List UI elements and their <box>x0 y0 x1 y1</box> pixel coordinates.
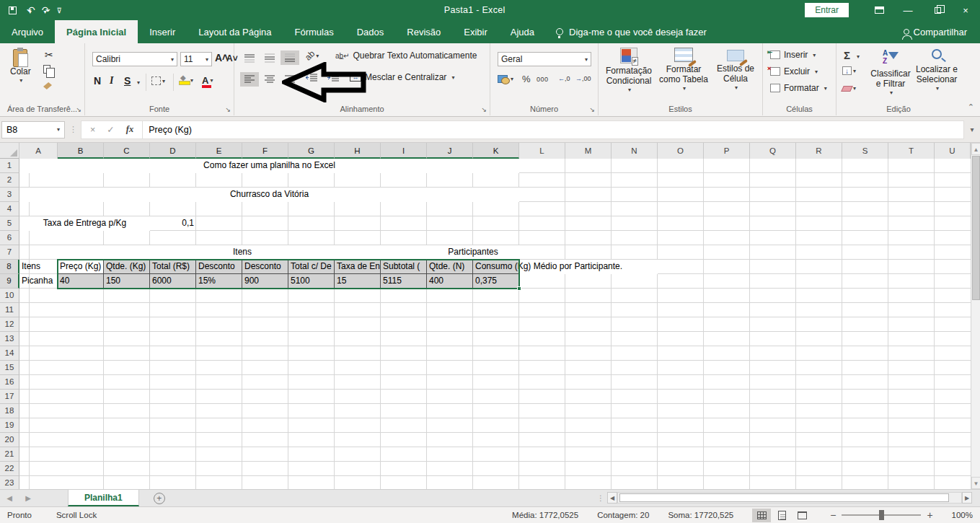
tell-me-box[interactable]: Diga-me o que você deseja fazer <box>546 20 717 43</box>
row-header-20[interactable]: 20 <box>0 433 19 447</box>
column-header-O[interactable]: O <box>658 143 704 159</box>
sheet-nav-right-icon[interactable]: ▶ <box>19 490 37 506</box>
zoom-in-icon[interactable]: + <box>927 509 932 521</box>
tab-arquivo[interactable]: Arquivo <box>0 20 55 43</box>
row-header-7[interactable]: 7 <box>0 245 19 260</box>
cell-J9[interactable]: 400 <box>427 274 473 289</box>
autosum-icon[interactable]: Σ <box>844 49 850 61</box>
cell-E8[interactable]: Desconto <box>196 260 242 274</box>
tab-pagina-inicial[interactable]: Página Inicial <box>55 20 138 43</box>
delete-cells-button[interactable]: × Excluir▾ <box>770 66 818 76</box>
tab-revisao[interactable]: Revisão <box>395 20 452 43</box>
column-header-G[interactable]: G <box>288 143 335 159</box>
cell-A8[interactable]: Itens <box>19 260 58 274</box>
font-name-combo[interactable]: Calibri▾ <box>92 52 177 66</box>
cell-F8[interactable]: Desconto <box>242 260 288 274</box>
scroll-up-icon[interactable]: ▲ <box>971 143 980 155</box>
zoom-slider[interactable] <box>842 514 921 516</box>
cell-A1[interactable]: Como fazer uma planilha no Excel <box>19 159 519 173</box>
tab-layout-da-pagina[interactable]: Layout da Página <box>187 20 283 43</box>
formula-bar-handle[interactable]: ⋮ <box>69 125 76 134</box>
wrap-text-button[interactable]: ab̲↵ Quebrar Texto Automaticamente <box>335 50 477 61</box>
row-header-17[interactable]: 17 <box>0 390 19 404</box>
cell-K9[interactable]: 0,375 <box>473 274 519 289</box>
zoom-slider-thumb[interactable] <box>879 510 884 520</box>
cut-icon[interactable]: ✂ <box>45 49 53 61</box>
page-layout-view-button[interactable] <box>772 509 791 522</box>
scroll-right-icon[interactable]: ▶ <box>962 492 972 504</box>
align-center-icon[interactable] <box>260 72 279 87</box>
row-header-2[interactable]: 2 <box>0 173 19 188</box>
column-header-A[interactable]: A <box>19 143 58 159</box>
tab-inserir[interactable]: Inserir <box>138 20 187 43</box>
italic-button[interactable]: I <box>110 75 113 87</box>
percent-style-icon[interactable]: % <box>522 74 531 84</box>
cell-A3[interactable]: Churrasco da Vitória <box>19 188 519 202</box>
sign-in-button[interactable]: Entrar <box>805 3 849 17</box>
orientation-icon[interactable]: ab▾ <box>305 50 319 61</box>
cell-I8[interactable]: Subtotal ( <box>381 260 427 274</box>
align-middle-icon[interactable] <box>260 50 279 65</box>
column-header-K[interactable]: K <box>473 143 519 159</box>
column-header-N[interactable]: N <box>612 143 658 159</box>
fill-handle[interactable] <box>517 286 521 291</box>
align-left-icon[interactable] <box>240 72 259 87</box>
number-format-combo[interactable]: Geral▾ <box>498 52 591 66</box>
row-header-9[interactable]: 9 <box>0 274 19 289</box>
merge-center-button[interactable]: ↔ Mesclar e Centralizar ▾ <box>350 72 454 82</box>
undo-icon[interactable]: ↶▾ <box>27 4 32 16</box>
row-header-14[interactable]: 14 <box>0 346 19 361</box>
find-select-button[interactable]: Localizar e Selecionar▾ <box>914 49 959 92</box>
row-header-1[interactable]: 1 <box>0 159 19 173</box>
column-header-E[interactable]: E <box>196 143 242 159</box>
column-header-S[interactable]: S <box>842 143 888 159</box>
cell-B7[interactable]: Itens <box>58 245 427 260</box>
format-as-table-button[interactable]: Formatar como Tabela▾ <box>656 48 711 92</box>
cell-G9[interactable]: 5100 <box>288 274 335 289</box>
row-header-5[interactable]: 5 <box>0 216 19 231</box>
bold-button[interactable]: N <box>94 75 101 87</box>
sort-filter-button[interactable]: AZ Classificar e Filtrar▾ <box>868 49 913 96</box>
column-header-B[interactable]: B <box>58 143 104 159</box>
enter-icon[interactable]: ✓ <box>107 124 114 135</box>
font-dialog-launcher[interactable]: ↘ <box>225 106 231 113</box>
cell-G8[interactable]: Total c/ De <box>288 260 335 274</box>
cell-I9[interactable]: 5115 <box>381 274 427 289</box>
restore-button[interactable] <box>922 0 951 20</box>
cell-H9[interactable]: 15 <box>335 274 381 289</box>
column-header-Q[interactable]: Q <box>750 143 796 159</box>
comma-style-icon[interactable]: 000 <box>537 76 549 83</box>
formula-input[interactable]: Preço (Kg) <box>143 120 964 139</box>
column-header-J[interactable]: J <box>427 143 473 159</box>
underline-button[interactable]: S <box>124 75 131 87</box>
row-header-10[interactable]: 10 <box>0 289 19 303</box>
vertical-scroll-thumb[interactable] <box>972 156 980 300</box>
row-header-8[interactable]: 8 <box>0 260 19 274</box>
cell-F9[interactable]: 900 <box>242 274 288 289</box>
increase-indent-icon[interactable] <box>327 74 340 82</box>
row-header-19[interactable]: 19 <box>0 418 19 433</box>
cell-J8[interactable]: Qtde. (N) <box>427 260 473 274</box>
fill-color-icon[interactable]: ▾ <box>179 75 193 85</box>
horizontal-scroll-thumb[interactable] <box>619 493 949 502</box>
column-headers[interactable]: ABCDEFGHIJKLMNOPQRSTU <box>0 143 971 159</box>
column-header-M[interactable]: M <box>565 143 612 159</box>
cell-J7[interactable]: Participantes <box>427 245 519 260</box>
cell-D8[interactable]: Total (R$) <box>150 260 196 274</box>
vertical-scrollbar[interactable]: ▲ ▼ <box>971 143 980 489</box>
conditional-formatting-button[interactable]: Formatação Condicional▾ <box>603 48 655 93</box>
cancel-icon[interactable]: × <box>90 125 95 135</box>
cell-styles-button[interactable]: Estilos de Célula▾ <box>712 48 759 91</box>
share-button[interactable]: Compartilhar <box>891 20 980 43</box>
cell-C8[interactable]: Qtde. (Kg) <box>104 260 150 274</box>
tab-formulas[interactable]: Fórmulas <box>283 20 345 43</box>
decrease-indent-icon[interactable] <box>305 74 318 82</box>
new-sheet-icon[interactable]: + <box>154 493 165 504</box>
tab-exibir[interactable]: Exibir <box>452 20 499 43</box>
scroll-left-icon[interactable]: ◀ <box>607 492 617 504</box>
expand-formula-bar-icon[interactable]: ▾ <box>964 126 980 133</box>
clear-icon[interactable]: ▾ <box>842 85 856 92</box>
row-header-23[interactable]: 23 <box>0 476 19 489</box>
worksheet-grid[interactable]: Como fazer uma planilha no ExcelChurrasc… <box>0 143 971 489</box>
normal-view-button[interactable] <box>752 509 771 522</box>
